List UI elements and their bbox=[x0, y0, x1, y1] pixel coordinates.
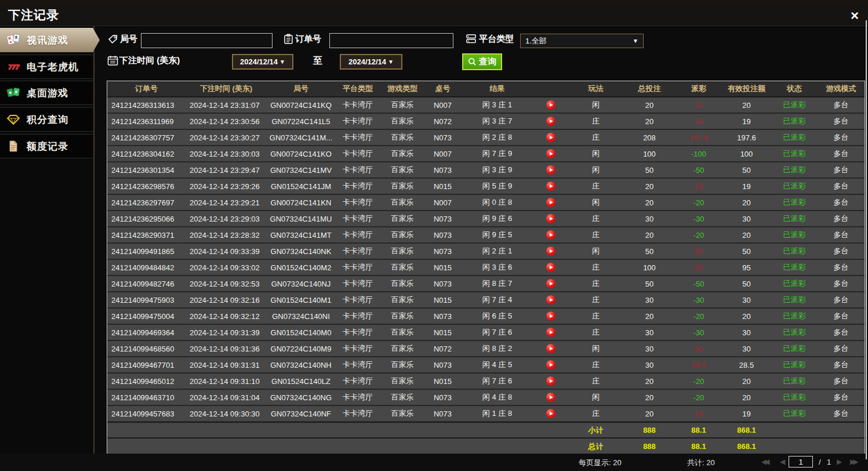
table-row[interactable]: 2412140994848422024-12-14 09:33:02GN0152… bbox=[107, 260, 865, 276]
table-row[interactable]: 2412142362950662024-12-14 23:29:03GN0732… bbox=[107, 211, 865, 227]
order-no-input[interactable] bbox=[329, 33, 453, 48]
total-bet-cell: 30 bbox=[623, 292, 675, 307]
table-no-cell: N015 bbox=[424, 292, 461, 307]
play-result-icon[interactable] bbox=[546, 149, 555, 158]
bet-option-cell: 庄 bbox=[568, 309, 623, 324]
play-result-icon[interactable] bbox=[546, 409, 555, 418]
result-cell: 闲 7 庄 6 bbox=[461, 374, 533, 389]
table-row[interactable]: 2412140994693642024-12-14 09:31:39GN0152… bbox=[107, 325, 865, 341]
valid-bet-cell: 20 bbox=[722, 195, 771, 210]
play-result-icon[interactable] bbox=[546, 133, 555, 142]
table-row[interactable]: 2412142363119692024-12-14 23:30:56GN0722… bbox=[107, 114, 865, 130]
play-result-icon[interactable] bbox=[546, 295, 555, 305]
query-button[interactable]: 查询 bbox=[462, 53, 502, 70]
play-result-icon[interactable] bbox=[546, 263, 555, 272]
result-cell: 闲 0 庄 8 bbox=[461, 195, 533, 210]
platform-cell: 卡卡湾厅 bbox=[335, 227, 380, 242]
sidebar-item-table-games[interactable]: 桌面游戏 bbox=[0, 81, 93, 105]
table-row[interactable]: 2412142363013542024-12-14 23:29:47GN0732… bbox=[107, 162, 865, 179]
valid-bet-cell: 20 bbox=[722, 227, 771, 242]
bet-time-label: 下注时间 (美东) bbox=[119, 55, 180, 66]
total-bet-cell: 30 bbox=[623, 357, 675, 372]
valid-bet-cell: 30 bbox=[722, 211, 771, 226]
play-result-icon[interactable] bbox=[546, 182, 555, 191]
column-header: 游戏类型 bbox=[380, 81, 424, 96]
round-no-cell: GN07324C141M... bbox=[267, 130, 335, 145]
first-page-icon[interactable]: ◀◀ bbox=[761, 458, 767, 466]
order-no-cell: 241214099467701 bbox=[107, 357, 186, 372]
game-type-cell: 百家乐 bbox=[380, 244, 424, 259]
play-result-icon[interactable] bbox=[546, 376, 555, 386]
last-page-icon[interactable]: ▶▶ bbox=[850, 458, 856, 466]
table-row[interactable]: 2412140994750042024-12-14 09:32:12GN0732… bbox=[107, 309, 865, 325]
sidebar-item-points[interactable]: 积分查询 bbox=[0, 107, 93, 132]
round-no-input[interactable] bbox=[141, 33, 273, 48]
play-result-icon[interactable] bbox=[546, 393, 555, 402]
game-mode-cell: 多台 bbox=[818, 325, 865, 340]
status-cell: 已派彩 bbox=[771, 341, 818, 356]
play-result-icon[interactable] bbox=[546, 165, 555, 175]
sidebar-item-slots[interactable]: 777 电子老虎机 bbox=[0, 55, 93, 79]
play-result-icon[interactable] bbox=[546, 311, 555, 321]
game-mode-cell: 多台 bbox=[818, 130, 865, 145]
date-to-picker[interactable]: 2024/12/14▼ bbox=[340, 54, 402, 70]
table-no-cell: N072 bbox=[424, 341, 461, 356]
result-cell: 闲 8 庄 7 bbox=[461, 276, 533, 291]
date-from-picker[interactable]: 2024/12/14▼ bbox=[232, 54, 293, 70]
table-row[interactable]: 2412140994576832024-12-14 09:30:30GN0732… bbox=[107, 406, 865, 422]
table-row[interactable]: 2412142363077572024-12-14 23:30:27GN0732… bbox=[107, 130, 865, 146]
sidebar-item-quota[interactable]: 额度记录 bbox=[0, 134, 93, 158]
table-row[interactable]: 2412140994759032024-12-14 09:32:16GN0152… bbox=[107, 292, 865, 309]
bet-option-cell: 庄 bbox=[568, 114, 623, 129]
game-type-cell: 百家乐 bbox=[380, 227, 424, 242]
play-result-icon[interactable] bbox=[546, 230, 555, 240]
result-cell: 闲 7 庄 9 bbox=[461, 146, 533, 161]
next-page-icon[interactable]: ▶ bbox=[837, 458, 842, 466]
play-result-icon[interactable] bbox=[546, 360, 555, 369]
bet-time-cell: 2024-12-14 09:31:10 bbox=[186, 374, 267, 389]
status-cell: 已派彩 bbox=[771, 292, 818, 307]
play-result-icon[interactable] bbox=[546, 344, 555, 353]
table-row[interactable]: 2412142362976972024-12-14 23:29:21GN0072… bbox=[107, 195, 865, 211]
right-edge-scrollbar[interactable] bbox=[866, 20, 867, 459]
play-result-icon[interactable] bbox=[546, 198, 555, 207]
play-result-icon[interactable] bbox=[546, 328, 555, 337]
close-icon[interactable]: × bbox=[847, 8, 862, 23]
game-mode-cell: 多台 bbox=[818, 227, 865, 242]
table-row[interactable]: 2412142363136132024-12-14 23:31:07GN0072… bbox=[107, 97, 865, 114]
status-cell: 已派彩 bbox=[771, 114, 818, 129]
play-cell bbox=[533, 276, 568, 291]
table-no-cell: N073 bbox=[424, 390, 461, 405]
play-result-icon[interactable] bbox=[546, 117, 555, 126]
order-no-cell: 241214236298576 bbox=[107, 179, 186, 194]
play-result-icon[interactable] bbox=[546, 100, 555, 110]
table-no-cell: N073 bbox=[424, 227, 461, 242]
play-result-icon[interactable] bbox=[546, 214, 555, 223]
table-row[interactable]: 2412140994637102024-12-14 09:31:04GN0732… bbox=[107, 390, 865, 406]
valid-bet-cell: 28.5 bbox=[722, 357, 771, 372]
table-row[interactable]: 2412142362903712024-12-14 23:28:32GN0732… bbox=[107, 227, 865, 244]
table-row[interactable]: 2412140994677012024-12-14 09:31:31GN0732… bbox=[107, 357, 865, 374]
prev-page-icon[interactable]: ◀ bbox=[780, 458, 785, 466]
status-cell: 已派彩 bbox=[771, 260, 818, 275]
table-row[interactable]: 2412142362985762024-12-14 23:29:26GN0152… bbox=[107, 179, 865, 195]
valid-bet-cell: 30 bbox=[722, 292, 771, 307]
result-cell: 闲 7 庄 4 bbox=[461, 292, 533, 307]
play-cell bbox=[533, 341, 568, 356]
sidebar-item-video-games[interactable]: K ♥ 9 视讯游戏 bbox=[0, 28, 100, 52]
game-type-cell: 百家乐 bbox=[380, 325, 424, 340]
platform-type-select[interactable]: 1.全部 ▼ bbox=[520, 34, 644, 48]
table-row[interactable]: 2412140994918652024-12-14 09:33:39GN0732… bbox=[107, 244, 865, 260]
play-result-icon[interactable] bbox=[546, 279, 555, 288]
table-row[interactable]: 2412140994827462024-12-14 09:32:53GN0732… bbox=[107, 276, 865, 292]
table-row[interactable]: 2412140994650122024-12-14 09:31:10GN0152… bbox=[107, 374, 865, 390]
game-type-cell: 百家乐 bbox=[380, 276, 424, 291]
total-bet-cell: 100 bbox=[623, 146, 675, 161]
game-mode-cell: 多台 bbox=[818, 97, 865, 113]
table-row[interactable]: 2412142363041622024-12-14 23:30:03GN0072… bbox=[107, 146, 865, 162]
status-cell: 已派彩 bbox=[771, 97, 818, 113]
play-result-icon[interactable] bbox=[546, 247, 555, 256]
page-number-input[interactable] bbox=[789, 456, 813, 468]
table-row[interactable]: 2412140994685602024-12-14 09:31:36GN0722… bbox=[107, 341, 865, 357]
payout-cell: -50 bbox=[675, 276, 722, 291]
